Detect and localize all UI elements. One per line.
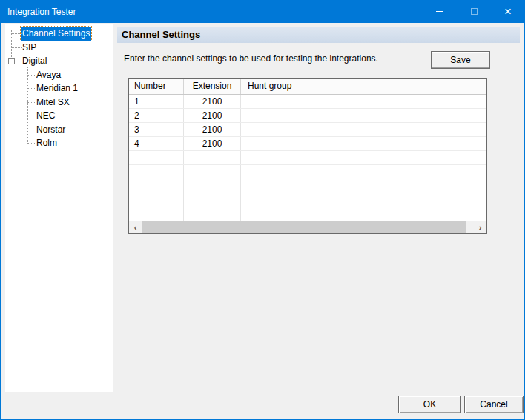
table-row-empty[interactable] [129, 179, 486, 193]
horizontal-scrollbar[interactable]: ‹ › [129, 221, 486, 233]
scrollbar-thumb[interactable] [142, 221, 466, 233]
column-header-hunt-group[interactable]: Hunt group [241, 79, 486, 94]
tree-item-rolm[interactable]: Rolm [5, 136, 113, 150]
tree-items: Channel SettingsSIPDigitalAvayaMeridian … [5, 27, 113, 150]
caption-buttons: × [423, 0, 525, 23]
tree-item-mitel-sx[interactable]: Mitel SX [5, 96, 113, 110]
tree-item-label: SIP [21, 41, 38, 55]
table-row[interactable]: 42100 [129, 137, 486, 151]
table-cell [184, 165, 241, 179]
table-row[interactable]: 32100 [129, 123, 486, 137]
column-header-number[interactable]: Number [129, 79, 184, 94]
table-cell [241, 165, 486, 179]
minus-glyph [10, 61, 13, 61]
scroll-left-icon: ‹ [134, 221, 137, 233]
tree-item-meridian-1[interactable]: Meridian 1 [5, 81, 113, 96]
table-row-empty[interactable] [129, 151, 486, 165]
table-cell: 3 [129, 123, 184, 136]
table-cell: 2100 [184, 123, 241, 136]
tree-item-label: Channel Settings [21, 27, 91, 41]
maximize-icon [471, 8, 478, 15]
channel-grid: NumberExtensionHunt group 12100221003210… [128, 78, 487, 234]
table-cell: 2100 [184, 95, 241, 108]
ok-button[interactable]: OK [398, 396, 461, 413]
collapse-minus-icon[interactable] [8, 58, 15, 64]
table-cell [241, 207, 486, 221]
table-cell [184, 179, 241, 193]
table-cell [129, 165, 184, 179]
cancel-button[interactable]: Cancel [464, 396, 524, 413]
scroll-right-icon: › [479, 221, 482, 233]
tree-connector-stub [27, 102, 36, 103]
table-cell [241, 95, 486, 108]
window-title: Integration Tester [0, 7, 423, 17]
close-icon: × [504, 5, 512, 18]
table-row-empty[interactable] [129, 207, 486, 221]
table-row[interactable]: 12100 [129, 95, 486, 109]
table-cell [184, 207, 241, 221]
tree-item-norstar[interactable]: Norstar [5, 123, 113, 137]
table-cell [129, 207, 184, 221]
minimize-button[interactable] [423, 0, 457, 23]
scroll-left-button[interactable]: ‹ [129, 221, 142, 233]
column-header-extension[interactable]: Extension [184, 79, 241, 94]
grid-header-row: NumberExtensionHunt group [129, 79, 486, 95]
tree-item-channel-settings[interactable]: Channel Settings [5, 27, 113, 41]
instruction-text: Enter the channel settings to be used fo… [124, 53, 420, 64]
tree-connector-stub [15, 61, 22, 61]
tree-connector-stub [27, 75, 36, 76]
table-cell [241, 123, 486, 136]
tree-item-nec[interactable]: NEC [5, 109, 113, 123]
tree-connector-stub [11, 47, 22, 48]
table-row-empty[interactable] [129, 165, 486, 179]
tree-connector-stub [27, 143, 36, 144]
title-bar: Integration Tester × [0, 0, 525, 23]
tree-connector-stub [27, 88, 36, 89]
tree-item-label: Norstar [35, 123, 67, 137]
close-button[interactable]: × [491, 0, 525, 23]
table-cell [184, 193, 241, 207]
minimize-icon [436, 11, 443, 12]
table-row-empty[interactable] [129, 193, 486, 207]
tree-connector-stub [27, 116, 36, 116]
save-button[interactable]: Save [431, 51, 490, 69]
table-cell [241, 151, 486, 164]
table-cell [129, 151, 184, 164]
table-cell [241, 109, 486, 122]
grid-body: 12100221003210042100 [129, 95, 486, 221]
tree-connector-stub [27, 130, 36, 130]
table-cell [241, 179, 486, 193]
table-row[interactable]: 22100 [129, 109, 486, 123]
table-cell [129, 179, 184, 193]
scrollbar-track[interactable] [466, 221, 474, 233]
tree-item-label: Meridian 1 [35, 81, 79, 96]
table-cell [184, 151, 241, 164]
tree-item-label: Mitel SX [35, 96, 71, 110]
tree-item-label: Digital [21, 54, 48, 68]
tree-item-sip[interactable]: SIP [5, 41, 113, 55]
table-cell: 4 [129, 137, 184, 150]
integration-tester-window: Integration Tester × Channel SettingsSIP… [0, 0, 525, 420]
scroll-right-button[interactable]: › [474, 221, 486, 233]
table-cell [241, 193, 486, 207]
navigation-tree: Channel SettingsSIPDigitalAvayaMeridian … [5, 24, 113, 392]
table-cell: 2 [129, 109, 184, 122]
tree-connector-stub [11, 33, 22, 34]
table-cell [129, 193, 184, 207]
tree-item-label: Avaya [35, 68, 62, 82]
tree-item-avaya[interactable]: Avaya [5, 68, 113, 82]
tree-item-label: NEC [35, 109, 56, 123]
tree-item-digital[interactable]: Digital [5, 54, 113, 68]
maximize-button[interactable] [457, 0, 491, 23]
table-cell: 2100 [184, 137, 241, 150]
table-cell: 2100 [184, 109, 241, 122]
table-cell [241, 137, 486, 150]
table-cell: 1 [129, 95, 184, 108]
section-title: Channel Settings [117, 27, 520, 43]
tree-item-label: Rolm [35, 136, 59, 150]
